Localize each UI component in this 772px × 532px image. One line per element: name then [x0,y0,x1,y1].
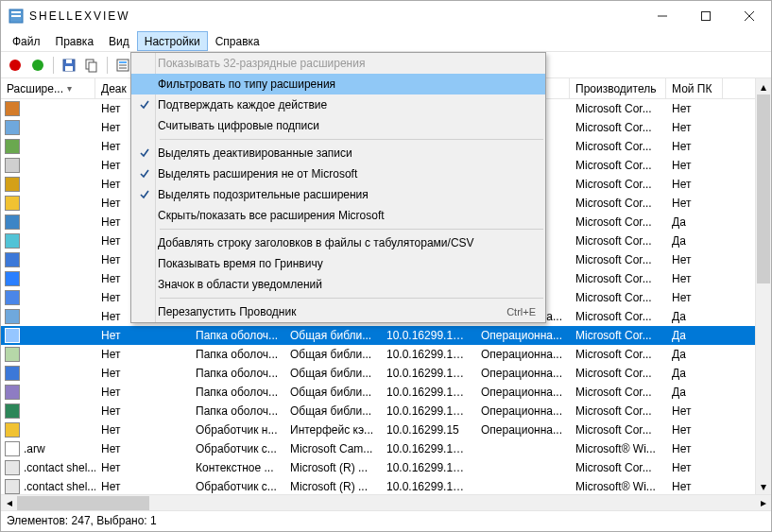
menu-item-label: Показывать 32-разрядные расширения [158,57,536,70]
table-row[interactable]: .contact shel...НетКонтекстное ...Micros… [1,458,771,477]
scroll-down-icon[interactable]: ▾ [756,478,771,494]
table-cell: Microsoft® Wi... [570,480,666,493]
table-cell: Да [666,329,723,342]
svg-rect-2 [11,15,21,17]
menu-item[interactable]: Значок в области уведомлений [131,274,545,295]
table-cell: Папка оболоч... [190,329,284,342]
table-cell: Операционна... [475,329,570,342]
table-row[interactable]: НетПапка оболоч...Общая библи...10.0.162… [1,364,771,383]
menu-item[interactable]: Перезапустить ПроводникCtrl+E [131,301,545,322]
table-cell: Операционна... [475,367,570,380]
table-row[interactable]: НетОбработчик н...Интерфейс кэ...10.0.16… [1,420,771,439]
minimize-button[interactable] [641,1,684,31]
scroll-up-icon[interactable]: ▴ [756,78,771,94]
toolbar-red-dot[interactable] [5,55,26,76]
check-icon [131,168,158,180]
toolbar-green-dot[interactable] [27,55,48,76]
file-icon [5,403,20,419]
close-button[interactable] [728,1,771,31]
svg-rect-4 [702,12,711,21]
table-cell: Обработчик с... [190,480,284,493]
table-cell [1,328,95,343]
svg-rect-8 [66,60,72,63]
table-cell [1,196,95,211]
menu-separator [160,229,543,230]
table-cell: Нет [666,272,723,285]
menu-accelerator: Ctrl+E [506,306,536,317]
table-cell: Обработчик н... [190,423,284,437]
menu-item[interactable]: Выделять деактивированные записи [131,143,545,163]
table-cell: Общая библи... [284,404,381,418]
table-cell: 10.0.16299.15 (... [381,442,475,455]
table-cell: .contact shel... [1,460,95,475]
scroll-thumb[interactable] [17,496,149,510]
table-cell: Microsoft® Wi... [570,442,666,455]
scroll-thumb[interactable] [757,94,770,283]
table-cell: 10.0.16299.15 (... [381,329,475,342]
table-cell: Microsoft Cam... [284,442,381,455]
menu-item[interactable]: Скрыть/показать все расширения Microsoft [131,205,545,226]
table-cell: 10.0.16299.15 (... [381,367,475,380]
table-cell: 10.0.16299.15 [381,423,475,437]
file-icon [5,422,20,438]
file-icon [5,347,20,362]
toolbar-sep [107,57,108,74]
scroll-right-icon[interactable]: ▸ [755,495,771,511]
menu-item[interactable]: Фильтровать по типу расширения [131,74,545,94]
window-controls [641,1,771,31]
table-row[interactable]: НетПапка оболоч...Общая библи...10.0.162… [1,383,771,402]
app-window: SHELLEXVIEW Файл Правка Вид Настройки Сп… [0,0,772,532]
copy-icon[interactable] [81,55,102,76]
table-cell: Нет [666,253,723,266]
col-my-pc[interactable]: Мой ПК [666,78,723,98]
table-cell [1,120,95,135]
table-cell: Общая библи... [284,367,381,380]
menu-help[interactable]: Справка [208,31,267,51]
table-cell: Нет [666,423,723,437]
file-icon [5,233,20,249]
scroll-left-icon[interactable]: ◂ [1,495,17,511]
table-row[interactable]: .contact shel...НетОбработчик с...Micros… [1,477,771,494]
save-icon[interactable] [59,55,79,76]
table-cell [1,233,95,249]
table-cell: Нет [95,480,190,493]
check-icon [131,147,158,159]
table-cell: 10.0.16299.15 (... [381,480,475,493]
table-cell [1,366,95,381]
menu-view[interactable]: Вид [101,31,137,51]
file-icon [5,479,20,494]
col-manufacturer[interactable]: Производитель [570,78,666,98]
table-row[interactable]: НетПапка оболоч...Общая библи...10.0.162… [1,326,771,345]
table-cell: Microsoft Cor... [570,102,666,115]
table-cell: Microsoft Cor... [570,253,666,266]
menu-item[interactable]: Показывать время по Гринвичу [131,253,545,274]
menu-item-label: Считывать цифровые подписи [158,119,536,132]
maximize-button[interactable] [684,1,728,31]
table-cell: 10.0.16299.15 (... [381,348,475,361]
table-cell: Microsoft Cor... [570,329,666,342]
file-icon [5,290,20,305]
table-row[interactable]: НетПапка оболоч...Общая библи...10.0.162… [1,345,771,364]
table-cell: 10.0.16299.15 (... [381,461,475,474]
col-extension[interactable]: Расшире...▾ [1,78,95,98]
horizontal-scrollbar[interactable]: ◂ ▸ [1,494,771,510]
file-icon [5,271,20,286]
menu-item[interactable]: Считывать цифровые подписи [131,115,545,136]
table-row[interactable]: НетПапка оболоч...Общая библи...10.0.162… [1,402,771,420]
title-bar: SHELLEXVIEW [1,1,771,31]
vertical-scrollbar[interactable]: ▴ ▾ [755,78,771,494]
table-cell: Нет [666,178,723,191]
table-cell: Нет [95,386,190,399]
menu-settings[interactable]: Настройки [137,31,208,51]
menu-file[interactable]: Файл [5,31,48,51]
table-cell: Папка оболоч... [190,367,284,380]
table-cell: Общая библи... [284,348,381,361]
menu-item[interactable]: Добавлять строку заголовков в файлы с та… [131,232,545,253]
menu-edit[interactable]: Правка [48,31,102,51]
menu-item[interactable]: Подтверждать каждое действие [131,94,545,115]
status-bar: Элементов: 247, Выбрано: 1 [1,510,771,531]
menu-item[interactable]: Выделять подозрительные расширения [131,184,545,205]
menu-item-label: Подтверждать каждое действие [158,98,536,112]
menu-item[interactable]: Выделять расширения не от Microsoft [131,163,545,184]
table-row[interactable]: .arwНетОбработчик с...Microsoft Cam...10… [1,439,771,458]
